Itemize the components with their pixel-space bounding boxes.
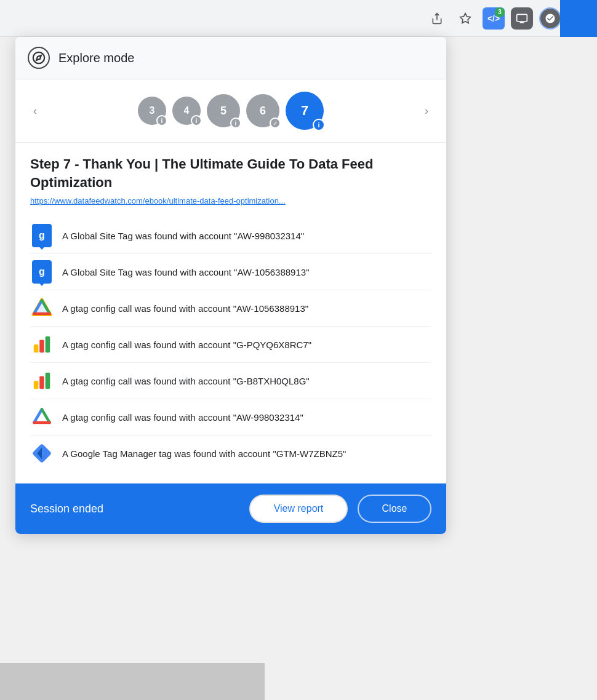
tag-assistant-icon[interactable]	[539, 7, 561, 30]
tag-item: A gtag config call was found with accoun…	[30, 290, 431, 327]
svg-rect-16	[39, 376, 44, 389]
bottom-background	[0, 663, 265, 700]
step-7-badge: i	[313, 119, 325, 131]
gst-icon: g	[30, 224, 54, 247]
svg-rect-17	[46, 373, 50, 389]
tag-item: A Google Tag Manager tag was found with …	[30, 436, 431, 471]
share-icon[interactable]	[426, 7, 448, 30]
bookmark-icon[interactable]	[454, 7, 476, 30]
steps-container: 3 i 4 i 5 i 6 ✓ 7 i	[50, 92, 412, 130]
session-ended-label: Session ended	[30, 503, 239, 515]
next-step-button[interactable]: ›	[417, 101, 436, 121]
step-7-bubble[interactable]: 7 i	[286, 92, 324, 130]
svg-marker-5	[36, 55, 41, 60]
popup-panel: Explore mode ‹ 3 i 4 i 5 i 6 ✓	[15, 37, 446, 534]
tag-item: A gtag config call was found with accoun…	[30, 327, 431, 363]
step-5-bubble[interactable]: 5 i	[207, 94, 240, 127]
compass-icon	[28, 47, 50, 69]
tag-item: g A Global Site Tag was found with accou…	[30, 218, 431, 254]
svg-rect-15	[34, 381, 39, 389]
extension-badge: 3	[495, 7, 505, 17]
svg-line-18	[34, 410, 42, 423]
step-4-badge: i	[191, 115, 202, 126]
step-6-badge: ✓	[270, 117, 281, 129]
code-extension-icon[interactable]: </> 3	[483, 7, 505, 30]
tag-text: A Global Site Tag was found with account…	[62, 229, 304, 242]
step-5-badge: i	[230, 117, 241, 129]
analytics-icon	[30, 369, 54, 392]
tag-item: A gtag config call was found with accoun…	[30, 363, 431, 399]
svg-rect-1	[517, 14, 527, 22]
svg-point-4	[33, 52, 44, 63]
step-3-badge: i	[156, 115, 167, 126]
step-3-bubble[interactable]: 3 i	[138, 97, 166, 125]
popup-footer: Session ended View report Close	[15, 483, 446, 534]
header-title: Explore mode	[58, 51, 134, 65]
popup-content: Step 7 - Thank You | The Ultimate Guide …	[15, 143, 446, 483]
popup-header: Explore mode	[15, 37, 446, 79]
tag-text: A gtag config call was found with accoun…	[62, 338, 311, 351]
svg-marker-0	[460, 13, 471, 23]
analytics-icon	[30, 333, 54, 356]
page-title: Step 7 - Thank You | The Ultimate Guide …	[30, 155, 431, 191]
page-url[interactable]: https://www.datafeedwatch.com/ebook/ulti…	[30, 196, 431, 205]
tag-text: A gtag config call was found with accoun…	[62, 411, 303, 424]
step-4-bubble[interactable]: 4 i	[172, 97, 201, 125]
tag-item: g A Global Site Tag was found with accou…	[30, 254, 431, 290]
tag-item: A gtag config call was found with accoun…	[30, 399, 431, 436]
tag-text: A Global Site Tag was found with account…	[62, 266, 309, 279]
google-ads-icon	[30, 405, 54, 429]
step-navigation: ‹ 3 i 4 i 5 i 6 ✓ 7	[15, 79, 446, 143]
gst-icon: g	[30, 260, 54, 284]
svg-line-19	[42, 410, 50, 423]
step-6-bubble[interactable]: 6 ✓	[246, 94, 279, 127]
prev-step-button[interactable]: ‹	[25, 101, 45, 121]
screen-extension-icon[interactable]	[511, 7, 533, 30]
close-button[interactable]: Close	[358, 495, 431, 523]
tag-text: A gtag config call was found with accoun…	[62, 302, 308, 315]
tag-text: A gtag config call was found with accoun…	[62, 375, 310, 388]
view-report-button[interactable]: View report	[249, 495, 348, 523]
svg-rect-14	[46, 336, 50, 352]
tag-text: A Google Tag Manager tag was found with …	[62, 447, 346, 460]
svg-rect-13	[39, 340, 44, 353]
svg-rect-12	[34, 344, 39, 352]
google-ads-icon	[30, 296, 54, 320]
gtm-icon	[30, 442, 54, 465]
browser-toolbar: </> 3 M	[0, 0, 597, 37]
